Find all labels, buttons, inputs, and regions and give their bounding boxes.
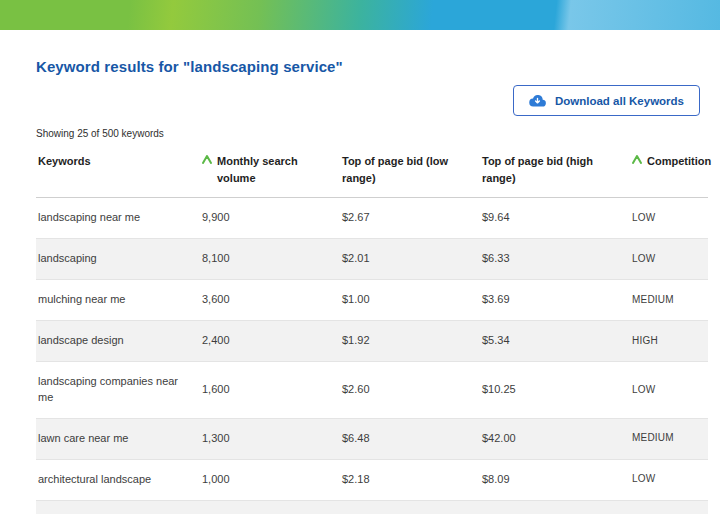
keyword-table-body: landscaping near me 9,900 $2.67 $9.64 LO…	[36, 198, 708, 514]
low-bid-cell: $2.01	[342, 239, 482, 280]
competition-cell: LOW	[632, 239, 708, 280]
high-bid-cell: $3.69	[482, 279, 632, 320]
table-header-row: Keywords Monthly search volume Top of pa…	[36, 145, 708, 198]
table-row: landscaping near me 9,900 $2.67 $9.64 LO…	[36, 198, 708, 239]
competition-cell: MEDIUM	[632, 418, 708, 459]
competition-cell: LOW	[632, 459, 708, 500]
toolbar: Download all Keywords	[36, 85, 708, 116]
low-bid-cell: $1.92	[342, 320, 482, 361]
keyword-cell: architectural landscape	[36, 459, 202, 500]
keyword-cell: mulching near me	[36, 279, 202, 320]
low-bid-cell: $2.18	[342, 459, 482, 500]
low-bid-cell: $2.60	[342, 361, 482, 418]
brand-peak-icon	[632, 155, 642, 164]
volume-cell: 9,900	[202, 198, 342, 239]
table-row: lawn care near me 1,300 $6.48 $42.00 MED…	[36, 418, 708, 459]
table-row: architectural landscape 1,000 $2.18 $8.0…	[36, 459, 708, 500]
high-bid-cell: $7.19	[482, 500, 632, 514]
column-header-keywords: Keywords	[36, 145, 202, 198]
competition-cell: LOW	[632, 361, 708, 418]
low-bid-cell: $2.19	[342, 500, 482, 514]
volume-cell: 1,300	[202, 418, 342, 459]
keyword-cell: landscaping companies near me	[36, 361, 202, 418]
keyword-results-table: Keywords Monthly search volume Top of pa…	[36, 145, 708, 514]
cloud-download-icon	[529, 94, 546, 107]
keyword-cell: lawn care near me	[36, 418, 202, 459]
keyword-results-panel: Keyword results for "landscaping service…	[0, 58, 720, 514]
volume-cell: 1,600	[202, 361, 342, 418]
high-bid-cell: $42.00	[482, 418, 632, 459]
high-bid-cell: $8.09	[482, 459, 632, 500]
keyword-cell: landscaping service	[36, 500, 202, 514]
keyword-cell: landscaping near me	[36, 198, 202, 239]
low-bid-cell: $1.00	[342, 279, 482, 320]
table-row: landscaping companies near me 1,600 $2.6…	[36, 361, 708, 418]
table-row: landscaping 8,100 $2.01 $6.33 LOW	[36, 239, 708, 280]
keyword-cell: landscape design	[36, 320, 202, 361]
download-button-label: Download all Keywords	[555, 95, 684, 107]
keyword-cell: landscaping	[36, 239, 202, 280]
page-title: Keyword results for "landscaping service…	[36, 58, 708, 75]
competition-cell: LOW	[632, 500, 708, 514]
column-header-top-bid-low: Top of page bid (low range)	[342, 145, 482, 198]
download-all-keywords-button[interactable]: Download all Keywords	[513, 85, 700, 116]
table-row: landscape design 2,400 $1.92 $5.34 HIGH	[36, 320, 708, 361]
column-header-competition[interactable]: Competition	[632, 145, 708, 198]
high-bid-cell: $5.34	[482, 320, 632, 361]
volume-cell: 3,600	[202, 279, 342, 320]
volume-cell: 880	[202, 500, 342, 514]
top-banner-gradient	[0, 0, 720, 30]
volume-cell: 2,400	[202, 320, 342, 361]
table-row: landscaping service 880 $2.19 $7.19 LOW	[36, 500, 708, 514]
brand-peak-icon	[202, 155, 212, 164]
volume-cell: 1,000	[202, 459, 342, 500]
high-bid-cell: $6.33	[482, 239, 632, 280]
high-bid-cell: $10.25	[482, 361, 632, 418]
competition-cell: LOW	[632, 198, 708, 239]
column-header-top-bid-high: Top of page bid (high range)	[482, 145, 632, 198]
volume-cell: 8,100	[202, 239, 342, 280]
table-row: mulching near me 3,600 $1.00 $3.69 MEDIU…	[36, 279, 708, 320]
low-bid-cell: $2.67	[342, 198, 482, 239]
results-count: Showing 25 of 500 keywords	[36, 128, 708, 139]
competition-cell: MEDIUM	[632, 279, 708, 320]
competition-cell: HIGH	[632, 320, 708, 361]
high-bid-cell: $9.64	[482, 198, 632, 239]
column-header-monthly-search-volume[interactable]: Monthly search volume	[202, 145, 342, 198]
low-bid-cell: $6.48	[342, 418, 482, 459]
